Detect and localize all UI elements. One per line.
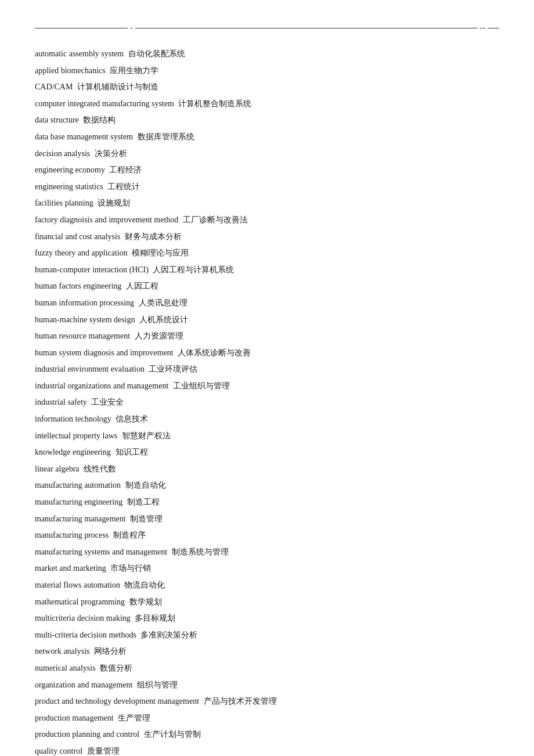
term-chinese: 应用生物力学 [108, 66, 159, 75]
term-english: mathematical programming [35, 597, 125, 606]
term-english: data base management system [35, 132, 133, 141]
term-chinese: 人因工程与计算机系统 [151, 265, 234, 274]
list-item: linear algebra 线性代数 [35, 462, 499, 477]
term-english: network analysis [35, 647, 89, 656]
list-item: human information processing 人类讯息处理 [35, 296, 499, 311]
list-item: factory diagnoisis and improvement metho… [35, 213, 499, 228]
term-english: human resource management [35, 332, 130, 340]
term-english: human factors engineering [35, 282, 121, 290]
term-chinese: 线性代数 [82, 465, 117, 473]
term-chinese: 制造系统与管理 [169, 548, 229, 556]
term-chinese: 信息技术 [114, 415, 149, 423]
term-chinese: 生产计划与管制 [142, 730, 201, 739]
list-item: human-machine system design 人机系统设计 [35, 312, 499, 328]
list-item: information technology 信息技术 [35, 412, 499, 427]
term-english: engineering economy [35, 165, 105, 174]
term-chinese: 数据库管理系统 [135, 132, 194, 141]
term-english: manufacturing automation [35, 481, 121, 489]
list-item: intellectual property laws 智慧财产权法 [35, 429, 499, 444]
list-item: industrial environment evaluation 工业环境评估 [35, 362, 499, 377]
list-item: market and marketing 市场与行销 [35, 561, 499, 577]
term-english: human-computer interaction (HCI) [35, 265, 149, 274]
term-chinese: 多目标规划 [133, 614, 176, 622]
term-chinese: 数值分析 [98, 664, 133, 672]
term-chinese: 数据结构 [81, 116, 116, 124]
page-container: - -- automatic assembly system 自动化装配系统ap… [0, 0, 534, 756]
term-english: human information processing [35, 298, 134, 307]
list-item: decision analysis 决策分析 [35, 146, 499, 162]
term-chinese: 产品与技术开发管理 [201, 697, 277, 705]
term-chinese: 工业组织与管理 [171, 381, 230, 390]
list-item: applied biomechanics 应用生物力学 [35, 63, 499, 79]
term-chinese: 人因工程 [124, 282, 158, 290]
term-chinese: 人机系统设计 [138, 315, 189, 324]
term-english: manufacturing systems and management [35, 548, 167, 556]
term-chinese: 知识工程 [113, 448, 148, 456]
term-chinese: 制造程序 [111, 531, 146, 539]
term-chinese: 工业环境评估 [147, 365, 198, 373]
term-chinese: 计算机辅助设计与制造 [75, 82, 158, 91]
term-list: automatic assembly system 自动化装配系统applied… [35, 46, 499, 756]
term-chinese: 智慧财产权法 [120, 431, 171, 440]
list-item: computer integrated manufacturing system… [35, 96, 499, 112]
list-item: financial and cost analysis 财务与成本分析 [35, 229, 499, 245]
list-item: material flows automation 物流自动化 [35, 578, 499, 593]
term-english: human-machine system design [35, 315, 135, 324]
list-item: network analysis 网络分析 [35, 644, 499, 660]
term-chinese: 数学规划 [127, 597, 162, 606]
term-english: automatic assembly system [35, 49, 124, 58]
term-english: applied biomechanics [35, 66, 106, 75]
list-item: engineering economy 工程经济 [35, 163, 499, 178]
term-english: fuzzy theory and application [35, 249, 128, 257]
list-item: manufacturing automation 制造自动化 [35, 478, 499, 494]
list-item: quality control 质量管理 [35, 744, 499, 756]
term-english: manufacturing management [35, 514, 126, 523]
term-english: numerical analysis [35, 664, 96, 672]
term-english: manufacturing process [35, 531, 109, 539]
term-english: engineering statistics [35, 182, 103, 191]
term-chinese: 人力资源管理 [132, 332, 183, 340]
top-rule: - -- [35, 23, 499, 33]
term-english: information technology [35, 415, 111, 423]
term-chinese: 人类讯息处理 [136, 298, 187, 307]
term-english: human system diagnosis and improvement [35, 348, 174, 357]
term-english: industrial environment evaluation [35, 365, 145, 373]
list-item: numerical analysis 数值分析 [35, 661, 499, 676]
term-chinese: 制造管理 [128, 514, 163, 523]
term-chinese: 自动化装配系统 [126, 49, 185, 58]
term-english: knowledge engineering [35, 448, 111, 456]
list-item: automatic assembly system 自动化装配系统 [35, 46, 499, 62]
term-chinese: 计算机整合制造系统 [176, 99, 252, 108]
term-english: organization and management [35, 681, 132, 689]
term-chinese: 质量管理 [85, 747, 120, 755]
list-item: human factors engineering 人因工程 [35, 279, 499, 294]
list-item: manufacturing engineering 制造工程 [35, 495, 499, 510]
list-item: product and technology development manag… [35, 694, 499, 710]
term-chinese: 组织与管理 [135, 681, 178, 689]
list-item: manufacturing systems and management 制造系… [35, 545, 499, 560]
term-chinese: 工厂诊断与改善法 [181, 215, 248, 224]
term-english: factory diagnoisis and improvement metho… [35, 215, 178, 224]
term-english: computer integrated manufacturing system [35, 99, 174, 108]
list-item: data base management system 数据库管理系统 [35, 129, 499, 145]
term-english: industrial organizations and management [35, 381, 168, 390]
list-item: facilities planning 设施规划 [35, 196, 499, 211]
list-item: human system diagnosis and improvement 人… [35, 345, 499, 361]
term-chinese: 财务与成本分析 [122, 232, 182, 241]
list-item: multi-criteria decision methods 多准则决策分析 [35, 628, 499, 643]
term-english: industrial safety [35, 398, 87, 406]
term-english: market and marketing [35, 564, 106, 573]
list-item: industrial safety 工业安全 [35, 395, 499, 411]
term-chinese: 工程统计 [106, 182, 140, 191]
list-item: production planning and control 生产计划与管制 [35, 727, 499, 743]
list-item: human resource management 人力资源管理 [35, 329, 499, 344]
list-item: data structure 数据结构 [35, 113, 499, 128]
term-chinese: 工业安全 [89, 398, 124, 406]
term-english: quality control [35, 747, 82, 755]
term-english: multicriteria decision making [35, 614, 131, 622]
top-rule-dash-right: -- [478, 23, 488, 33]
term-english: linear algebra [35, 465, 80, 473]
list-item: fuzzy theory and application 模糊理论与应用 [35, 246, 499, 261]
list-item: knowledge engineering 知识工程 [35, 445, 499, 460]
list-item: engineering statistics 工程统计 [35, 179, 499, 195]
